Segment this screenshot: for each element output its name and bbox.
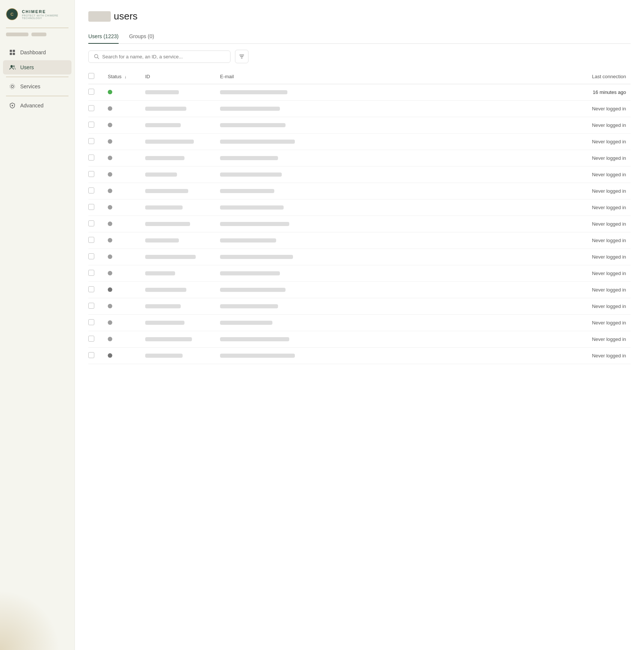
main-content: users Users (1223) Groups (0) <box>75 0 644 650</box>
table-row: Never logged in <box>88 183 631 199</box>
header-status-col[interactable]: Status ↓ <box>103 69 141 84</box>
row-last-connection-cell: Never logged in <box>571 117 631 134</box>
title-text: users <box>114 10 138 22</box>
row-last-connection-cell: Never logged in <box>571 331 631 348</box>
status-dot <box>108 353 112 358</box>
id-placeholder <box>145 354 183 358</box>
svg-line-12 <box>98 58 99 59</box>
svg-point-8 <box>11 85 13 88</box>
table-row: Never logged in <box>88 134 631 150</box>
advanced-label: Advanced <box>20 103 43 109</box>
id-placeholder <box>145 321 184 325</box>
search-input[interactable] <box>102 54 225 59</box>
svg-point-9 <box>10 84 15 89</box>
row-email-cell <box>216 348 571 364</box>
row-email-cell <box>216 232 571 249</box>
email-placeholder <box>220 321 272 325</box>
row-checkbox[interactable] <box>88 122 94 128</box>
row-checkbox[interactable] <box>88 187 94 193</box>
filter-button[interactable] <box>235 50 248 63</box>
row-checkbox-cell <box>88 216 103 232</box>
table-row: Never logged in <box>88 199 631 216</box>
row-id-cell <box>141 134 216 150</box>
row-checkbox[interactable] <box>88 352 94 358</box>
page-title: users <box>88 10 631 22</box>
sidebar-item-dashboard[interactable]: Dashboard <box>3 45 71 59</box>
row-checkbox[interactable] <box>88 319 94 325</box>
status-dot <box>108 337 112 341</box>
header-email-col: E-mail <box>216 69 571 84</box>
row-checkbox-cell <box>88 84 103 101</box>
email-placeholder <box>220 205 284 210</box>
row-checkbox[interactable] <box>88 105 94 111</box>
status-dot <box>108 123 112 127</box>
status-dot <box>108 90 112 94</box>
row-email-cell <box>216 84 571 101</box>
row-id-cell <box>141 298 216 315</box>
row-status-cell <box>103 167 141 183</box>
row-checkbox[interactable] <box>88 171 94 177</box>
status-header-label: Status <box>108 74 122 79</box>
logo-text: CHIMERE <box>22 9 68 14</box>
tabs-container: Users (1223) Groups (0) <box>88 30 631 44</box>
row-checkbox-cell <box>88 282 103 298</box>
row-checkbox[interactable] <box>88 237 94 243</box>
row-id-cell <box>141 282 216 298</box>
row-checkbox[interactable] <box>88 253 94 259</box>
row-checkbox-cell <box>88 249 103 265</box>
row-checkbox-cell <box>88 199 103 216</box>
row-status-cell <box>103 298 141 315</box>
row-checkbox[interactable] <box>88 204 94 210</box>
status-dot <box>108 287 112 292</box>
row-email-cell <box>216 298 571 315</box>
table-row: Never logged in <box>88 117 631 134</box>
row-checkbox[interactable] <box>88 155 94 161</box>
status-dot <box>108 139 112 144</box>
table-row: Never logged in <box>88 216 631 232</box>
email-placeholder <box>220 140 295 144</box>
row-last-connection-cell: Never logged in <box>571 150 631 167</box>
row-checkbox[interactable] <box>88 286 94 292</box>
row-last-connection-cell: Never logged in <box>571 315 631 331</box>
row-id-cell <box>141 101 216 117</box>
row-status-cell <box>103 216 141 232</box>
row-checkbox[interactable] <box>88 138 94 144</box>
email-placeholder <box>220 173 282 177</box>
id-placeholder <box>145 255 196 259</box>
table-row: Never logged in <box>88 315 631 331</box>
sidebar-item-advanced[interactable]: Advanced <box>3 98 71 113</box>
services-label: Services <box>20 83 40 89</box>
table-row: Never logged in <box>88 265 631 282</box>
row-status-cell <box>103 265 141 282</box>
row-email-cell <box>216 249 571 265</box>
row-status-cell <box>103 199 141 216</box>
table-row: Never logged in <box>88 232 631 249</box>
select-all-checkbox[interactable] <box>88 73 94 79</box>
email-placeholder <box>220 123 286 127</box>
row-checkbox[interactable] <box>88 303 94 309</box>
row-status-cell <box>103 84 141 101</box>
email-placeholder <box>220 90 287 94</box>
row-email-cell <box>216 134 571 150</box>
id-placeholder <box>145 107 186 111</box>
row-id-cell <box>141 167 216 183</box>
row-checkbox[interactable] <box>88 270 94 276</box>
tab-users[interactable]: Users (1223) <box>88 30 119 44</box>
table-row: Never logged in <box>88 101 631 117</box>
row-checkbox[interactable] <box>88 220 94 226</box>
row-checkbox[interactable] <box>88 89 94 95</box>
header-id-col: ID <box>141 69 216 84</box>
row-checkbox-cell <box>88 232 103 249</box>
email-placeholder <box>220 222 289 226</box>
table-row: Never logged in <box>88 331 631 348</box>
row-id-cell <box>141 84 216 101</box>
sidebar-item-users[interactable]: Users <box>3 60 71 74</box>
sort-icon: ↓ <box>124 74 126 79</box>
row-checkbox[interactable] <box>88 336 94 342</box>
row-status-cell <box>103 331 141 348</box>
sidebar-item-services[interactable]: Services <box>3 79 71 94</box>
tab-groups[interactable]: Groups (0) <box>129 30 154 44</box>
svg-rect-2 <box>10 50 12 52</box>
row-last-connection-cell: Never logged in <box>571 232 631 249</box>
id-placeholder <box>145 205 183 210</box>
